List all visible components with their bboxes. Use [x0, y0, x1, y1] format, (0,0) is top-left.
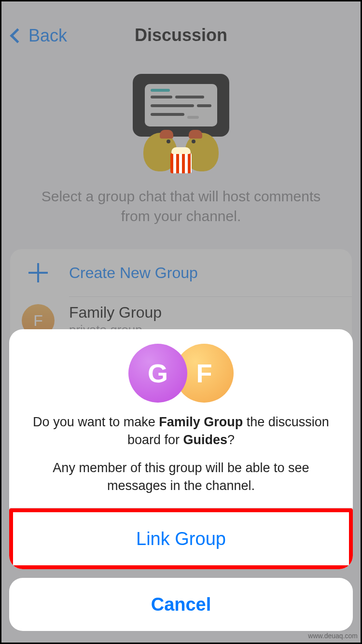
avatar-pair: G F	[24, 344, 338, 403]
action-sheet: G F Do you want to make Family Group the…	[9, 329, 353, 631]
link-group-button[interactable]: Link Group	[13, 512, 349, 565]
channel-avatar: G	[128, 344, 187, 403]
watermark: www.deuaq.com	[308, 632, 358, 640]
popcorn-icon	[170, 152, 192, 173]
sheet-message: Do you want to make Family Group the dis…	[24, 413, 338, 448]
cancel-button[interactable]: Cancel	[9, 578, 353, 631]
highlight-box: Link Group	[9, 508, 353, 569]
sheet-card: G F Do you want to make Family Group the…	[9, 329, 353, 569]
sheet-subtext: Any member of this group will be able to…	[24, 459, 338, 494]
